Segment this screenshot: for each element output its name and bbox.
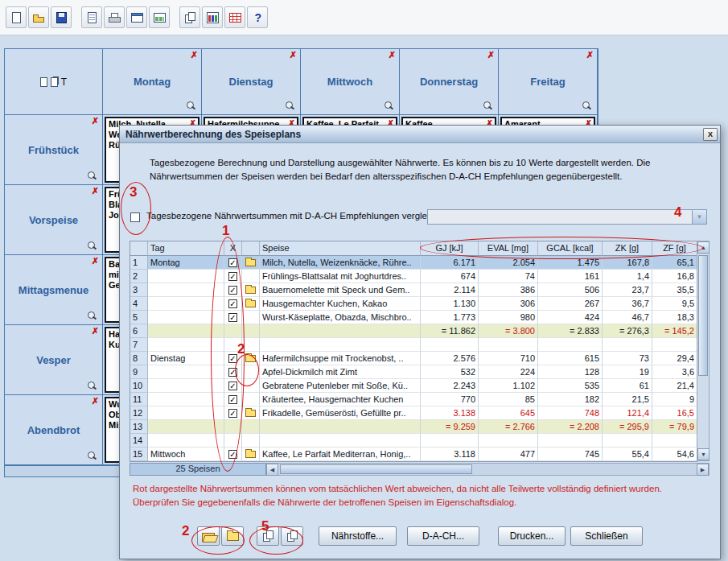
cell-value[interactable]: 3.138	[421, 406, 479, 420]
cell-value[interactable]: 535	[538, 379, 603, 393]
cell-value[interactable]: 674	[421, 270, 479, 283]
cell-folder[interactable]	[242, 352, 260, 365]
cell-value[interactable]: 65,1	[652, 256, 697, 270]
copy-all-button[interactable]	[281, 526, 303, 546]
cell-selected[interactable]	[224, 434, 242, 448]
dach-compare-checkbox[interactable]	[130, 212, 140, 222]
cell-speise[interactable]: Gebratene Putenleber mit Soße, Kü..	[260, 379, 421, 393]
cell-folder[interactable]	[242, 256, 260, 270]
cell-value[interactable]: 16,5	[652, 406, 697, 420]
cell-value[interactable]: 532	[421, 365, 479, 379]
month-view-button[interactable]	[149, 6, 170, 28]
cell-value[interactable]	[421, 434, 479, 448]
magnifier-icon[interactable]	[87, 241, 97, 250]
cell-value[interactable]: 21,4	[652, 379, 697, 393]
dialog-titlebar[interactable]: Nährwertberechnung des Speiseplans X	[120, 126, 720, 143]
cell-value[interactable]: 2.054	[479, 256, 538, 270]
cell-value[interactable]: 1.130	[421, 297, 479, 311]
cell-value[interactable]: 35,5	[652, 283, 697, 297]
vertical-scroll-track[interactable]	[697, 254, 709, 448]
checkbox-checked-icon[interactable]: ✓	[228, 382, 237, 390]
checkbox-checked-icon[interactable]: ✓	[228, 299, 237, 308]
cell-value[interactable]: = 9.259	[421, 420, 479, 434]
cell-folder[interactable]	[242, 297, 260, 311]
cell-folder[interactable]	[242, 283, 260, 297]
checkbox-checked-icon[interactable]: ✓	[228, 258, 237, 267]
cell-tag[interactable]	[148, 311, 224, 324]
column-header[interactable]: GJ [kJ]	[421, 241, 479, 256]
cell-folder[interactable]	[242, 393, 260, 406]
cell-selected[interactable]: ✓	[224, 283, 242, 297]
cell-value[interactable]: 267	[538, 297, 603, 311]
cell-value[interactable]: 55,4	[603, 448, 652, 461]
checkbox-checked-icon[interactable]: ✓	[228, 286, 237, 295]
cell-value[interactable]: 182	[538, 393, 603, 406]
cell-tag[interactable]: Montag	[148, 256, 224, 270]
cell-tag[interactable]	[148, 434, 224, 448]
cell-speise[interactable]: Kaffee, Le Parfait Mediterran, Honig,..	[260, 448, 421, 461]
cell-speise[interactable]: Bauernomelette mit Speck und Gem..	[260, 283, 421, 297]
open-file-button[interactable]	[28, 6, 49, 28]
cell-tag[interactable]	[148, 283, 224, 297]
magnifier-icon[interactable]	[87, 311, 97, 320]
cell-selected[interactable]: ✓	[224, 379, 242, 393]
folder-icon[interactable]	[245, 287, 256, 294]
cell-tag[interactable]	[148, 379, 224, 393]
checkbox-checked-icon[interactable]: ✓	[228, 409, 237, 418]
magnifier-icon[interactable]	[285, 101, 294, 110]
meal-header-cell[interactable]: ✗Mittagsmenue	[5, 255, 103, 325]
cell-value[interactable]	[652, 338, 697, 352]
magnifier-icon[interactable]	[582, 101, 591, 110]
remove-icon[interactable]: ✗	[389, 51, 396, 60]
checkbox-checked-icon[interactable]: ✓	[228, 354, 237, 363]
cell-selected[interactable]: ✓	[224, 393, 242, 406]
folder-icon[interactable]	[245, 259, 256, 266]
horizontal-scroll-track[interactable]	[278, 464, 697, 475]
cell-value[interactable]: 2.243	[421, 379, 479, 393]
cell-value[interactable]: 1.773	[421, 311, 479, 324]
horizontal-scroll-thumb[interactable]	[280, 464, 472, 474]
cell-value[interactable]: = 11.862	[421, 324, 479, 338]
cell-selected[interactable]: ✓	[224, 365, 242, 379]
cell-value[interactable]: 615	[538, 352, 603, 365]
meal-header-cell[interactable]: ✗Abendbrot	[5, 395, 103, 465]
cell-speise[interactable]: Hausgemachter Kuchen, Kakao	[260, 297, 421, 311]
recipes-button[interactable]	[224, 6, 245, 28]
cell-value[interactable]: 645	[479, 406, 538, 420]
cell-value[interactable]	[479, 434, 538, 448]
cell-speise[interactable]: Milch, Nutella, Weizenknäcke, Rühre..	[260, 256, 421, 270]
cell-tag[interactable]: Dienstag	[148, 352, 224, 365]
meal-header-cell[interactable]: ✗Frühstück	[5, 115, 103, 185]
column-header[interactable]: X	[224, 241, 242, 256]
cell-folder[interactable]	[242, 448, 260, 461]
cell-value[interactable]	[538, 434, 603, 448]
cell-value[interactable]	[603, 338, 652, 352]
checkbox-checked-icon[interactable]: ✓	[228, 272, 237, 281]
cell-folder[interactable]	[242, 324, 260, 338]
cell-selected[interactable]	[224, 324, 242, 338]
cell-value[interactable]: 770	[421, 393, 479, 406]
open-button[interactable]	[197, 526, 220, 546]
magnifier-icon[interactable]	[384, 101, 393, 110]
cell-value[interactable]: 9,5	[652, 297, 697, 311]
dach-button[interactable]: D-A-CH...	[407, 526, 479, 546]
cell-value[interactable]: = 79,9	[652, 420, 697, 434]
cell-tag[interactable]: Mittwoch	[148, 448, 224, 461]
cell-value[interactable]: 23,7	[603, 283, 652, 297]
copy-button[interactable]	[179, 6, 200, 28]
cell-speise[interactable]	[260, 338, 421, 352]
magnifier-icon[interactable]	[483, 101, 492, 110]
cell-value[interactable]	[652, 434, 697, 448]
statistics-button[interactable]	[202, 6, 223, 28]
vertical-scrollbar[interactable]: ▲ ▼	[697, 241, 709, 461]
vertical-scroll-thumb[interactable]	[698, 255, 708, 376]
cell-value[interactable]: 710	[479, 352, 538, 365]
cell-value[interactable]: 2.576	[421, 352, 479, 365]
cell-value[interactable]: 73	[603, 352, 652, 365]
cell-speise[interactable]: Apfel-Dickmilch mit Zimt	[260, 365, 421, 379]
print-button[interactable]: Drucken...	[498, 526, 566, 546]
cell-speise[interactable]	[260, 434, 421, 448]
cell-tag[interactable]	[148, 393, 224, 406]
horizontal-scrollbar[interactable]: ◀ ▶	[266, 463, 709, 476]
meal-header-cell[interactable]: ✗Vorspeise	[5, 185, 103, 255]
